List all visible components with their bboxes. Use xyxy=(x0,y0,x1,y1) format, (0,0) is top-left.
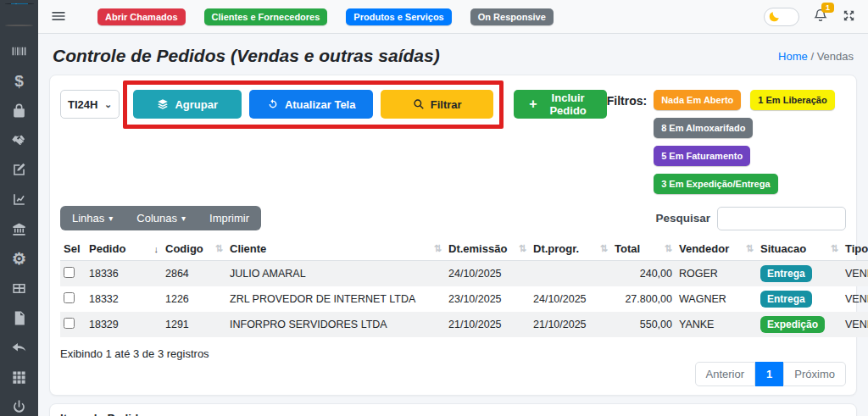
cell-codigo: 2864 xyxy=(162,261,226,287)
col-vendedor[interactable]: Vendedor⇅ xyxy=(676,239,757,261)
cell-cliente: INFORPRO SERVIDORES LTDA xyxy=(226,312,445,337)
dark-mode-toggle[interactable] xyxy=(764,8,799,26)
group-button-label: Agrupar xyxy=(175,98,218,111)
pagination: Anterior 1 Próximo xyxy=(695,362,846,386)
moon-icon xyxy=(768,10,781,23)
refresh-button-label: Atualizar Tela xyxy=(285,98,356,111)
next-page-button[interactable]: Próximo xyxy=(783,362,846,386)
search-icon xyxy=(413,98,425,110)
filter-button[interactable]: Filtrar xyxy=(381,90,493,119)
sort-icon[interactable]: ⇅ xyxy=(831,243,838,254)
records-info: Exibindo 1 até 3 de 3 registros xyxy=(60,347,846,360)
products-services-button[interactable]: Produtos e Serviços xyxy=(346,8,451,25)
page-1-button[interactable]: 1 xyxy=(755,362,783,386)
row-checkbox[interactable] xyxy=(64,318,75,329)
sort-desc-icon[interactable]: ↓ xyxy=(154,244,159,254)
col-emissao[interactable]: Dt.emissão⇅ xyxy=(445,239,530,261)
cell-cliente: ZRL PROVEDOR DE INTERNET LTDA xyxy=(226,286,445,312)
filter-badge-open[interactable]: Nada Em Aberto xyxy=(654,90,741,110)
notifications-bell-icon[interactable]: 1 xyxy=(813,8,828,25)
add-order-button[interactable]: + Incluir Pedido xyxy=(514,90,607,119)
document-icon[interactable] xyxy=(10,308,29,327)
sort-icon[interactable]: ⇅ xyxy=(746,243,754,254)
handshake-icon[interactable] xyxy=(10,130,29,149)
logo-globe-icon xyxy=(8,3,31,4)
table-button-group: Linhas▾ Colunas▾ Imprimir xyxy=(60,206,261,230)
refresh-button[interactable]: Atualizar Tela xyxy=(249,90,373,119)
row-checkbox[interactable] xyxy=(64,292,75,303)
status-badge: Entrega xyxy=(760,265,812,282)
period-select[interactable]: TI24H ⌄ xyxy=(60,90,120,119)
notification-count-badge: 1 xyxy=(821,3,834,13)
gears-icon[interactable]: ⚙ xyxy=(10,249,29,268)
search-input[interactable] xyxy=(717,207,846,230)
col-cliente[interactable]: Cliente⇅ xyxy=(226,239,445,261)
columns-dropdown-button[interactable]: Colunas▾ xyxy=(125,206,198,230)
app-window: $ ⚙ Abrir Chamados Clientes e Fornecedor… xyxy=(0,0,868,416)
order-items-title: Itens do Pedido: xyxy=(60,412,846,416)
col-codigo[interactable]: Codigo⇅ xyxy=(162,239,226,261)
app-logo[interactable] xyxy=(5,3,34,4)
group-button[interactable]: Agrupar xyxy=(133,90,242,119)
chevron-down-icon: ⌄ xyxy=(104,99,112,110)
plus-icon: + xyxy=(529,97,537,112)
sort-icon[interactable]: ⇅ xyxy=(600,243,608,254)
user-avatar[interactable] xyxy=(5,25,33,26)
cell-codigo: 1291 xyxy=(162,312,226,337)
table-row[interactable]: 183362864JULIO AMARAL24/10/2025240,00ROG… xyxy=(60,261,868,287)
columns-dropdown-label: Colunas xyxy=(136,212,177,225)
open-tickets-button[interactable]: Abrir Chamados xyxy=(97,8,186,25)
cell-tipo: VENDA NORMAL xyxy=(842,312,868,337)
sort-icon[interactable]: ⇅ xyxy=(665,243,672,254)
col-total[interactable]: Total⇅ xyxy=(611,239,676,261)
cell-progr xyxy=(530,261,611,287)
filter-badge-warehouse[interactable]: 8 Em Almoxarifado xyxy=(654,118,753,138)
table-icon[interactable] xyxy=(10,279,29,297)
shopping-bag-icon[interactable] xyxy=(10,101,29,119)
print-button[interactable]: Imprimir xyxy=(198,206,261,230)
table-header-row: Sel Pedido↓ Codigo⇅ Cliente⇅ Dt.emissão⇅… xyxy=(60,239,868,261)
table-row[interactable]: 183291291INFORPRO SERVIDORES LTDA21/10/2… xyxy=(60,312,868,337)
cell-progr: 21/10/2025 xyxy=(530,312,611,337)
row-checkbox[interactable] xyxy=(64,267,75,278)
col-tipo[interactable]: Tipo⇅ xyxy=(842,239,868,261)
previous-page-button[interactable]: Anterior xyxy=(695,362,756,386)
menu-toggle-icon[interactable] xyxy=(50,8,69,26)
sync-icon xyxy=(267,98,279,110)
cell-codigo: 1226 xyxy=(162,286,226,312)
cell-pedido: 18332 xyxy=(86,286,162,312)
fullscreen-icon[interactable] xyxy=(842,8,856,25)
table-row[interactable]: 183321226ZRL PROVEDOR DE INTERNET LTDA23… xyxy=(60,286,868,312)
col-progr[interactable]: Dt.progr.⇅ xyxy=(530,239,611,261)
orders-panel: TI24H ⌄ Agrupar Atualizar Tela xyxy=(49,75,857,396)
cell-total: 240,00 xyxy=(611,261,676,287)
chart-line-icon[interactable] xyxy=(10,190,29,208)
breadcrumb-home-link[interactable]: Home xyxy=(778,50,808,63)
power-icon[interactable] xyxy=(10,397,29,416)
filters-label: Filtros: xyxy=(607,94,647,194)
cell-progr: 24/10/2025 xyxy=(530,286,611,312)
cell-vendedor: YANKE xyxy=(676,312,757,337)
col-pedido[interactable]: Pedido↓ xyxy=(86,239,162,261)
sort-icon[interactable]: ⇅ xyxy=(519,243,526,254)
bank-icon[interactable] xyxy=(10,219,29,238)
rows-dropdown-button[interactable]: Linhas▾ xyxy=(60,206,125,230)
add-order-button-label: Incluir Pedido xyxy=(545,92,592,117)
grid-icon[interactable] xyxy=(10,368,29,386)
col-sel: Sel xyxy=(60,239,86,261)
filter-badge-shipping[interactable]: 3 Em Expedição/Entrega xyxy=(654,174,777,194)
clients-suppliers-button[interactable]: Clientes e Fornecedores xyxy=(204,8,328,25)
reply-arrow-icon[interactable] xyxy=(10,338,29,357)
edit-icon[interactable] xyxy=(10,160,29,179)
filter-badge-release[interactable]: 1 Em Liberação xyxy=(750,90,834,110)
print-button-label: Imprimir xyxy=(209,212,249,225)
filter-badge-billing[interactable]: 5 Em Faturamento xyxy=(654,146,750,166)
breadcrumb-separator: / xyxy=(810,50,816,63)
rows-dropdown-label: Linhas xyxy=(72,212,104,225)
on-responsive-button[interactable]: On Responsive xyxy=(470,8,554,25)
col-situacao[interactable]: Situacao⇅ xyxy=(757,239,842,261)
barcode-icon[interactable] xyxy=(10,42,29,60)
dollar-icon[interactable]: $ xyxy=(10,71,29,90)
sort-icon[interactable]: ⇅ xyxy=(215,243,223,254)
sort-icon[interactable]: ⇅ xyxy=(434,243,442,254)
